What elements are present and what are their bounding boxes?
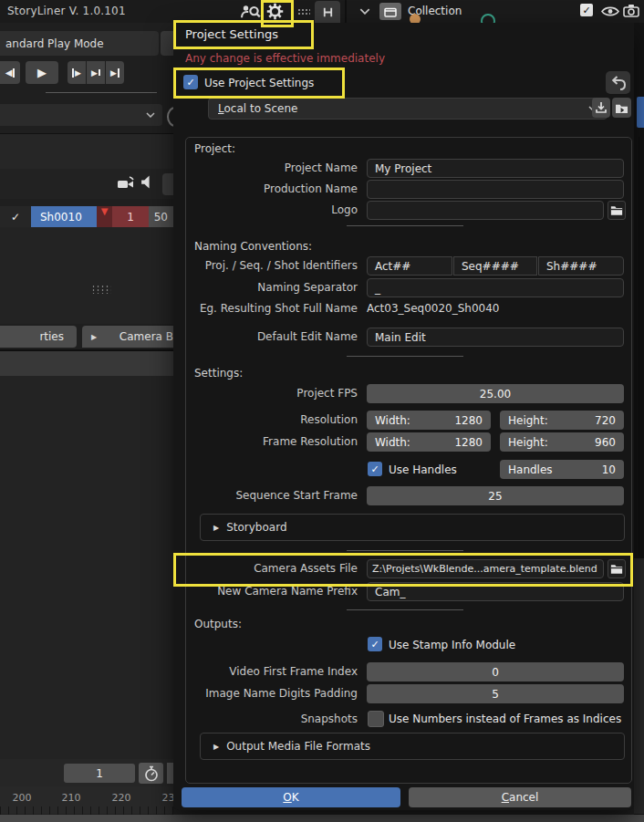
handles-value: 10 xyxy=(602,463,616,476)
project-name-value: My Project xyxy=(375,162,431,175)
separator-line xyxy=(46,92,157,93)
separator-field[interactable]: _ xyxy=(367,278,624,297)
stopwatch-button[interactable] xyxy=(139,763,163,784)
fps-slider[interactable]: 25.00 xyxy=(367,384,624,403)
logo-browse-button[interactable] xyxy=(608,201,626,220)
clipped-button[interactable] xyxy=(167,763,173,784)
editor-type-button[interactable] xyxy=(315,1,340,23)
open-file-button[interactable] xyxy=(612,98,631,118)
output-formats-section[interactable]: ▶ Output Media File Formats xyxy=(200,733,625,760)
current-frame-field[interactable]: 1 xyxy=(64,764,135,783)
collapsed-arrow-icon: ▶ xyxy=(213,524,219,532)
speaker-icon[interactable] xyxy=(140,174,155,190)
shot-list-area xyxy=(0,227,173,324)
collection-checkbox[interactable]: ✓ xyxy=(580,4,593,16)
stamp-info-checkbox[interactable]: ✓ xyxy=(368,637,382,651)
jump-end-button[interactable]: ▶ xyxy=(106,61,124,84)
shot-camera-marker-icon[interactable]: ▼ xyxy=(97,206,112,227)
height-value: 960 xyxy=(595,436,616,449)
camera-prefix-field[interactable]: Cam_ xyxy=(367,582,624,601)
viewport-3d[interactable] xyxy=(0,376,173,759)
separator-label: Naming Separator xyxy=(182,278,358,297)
sequence-start-slider[interactable]: 25 xyxy=(367,486,624,505)
collection-icon[interactable] xyxy=(379,3,401,20)
resolution-height-slider[interactable]: Height: 720 xyxy=(500,411,624,430)
frame-resolution-label: Frame Resolution xyxy=(182,432,358,452)
camera-assets-field[interactable]: Z:\Projets\WkBlende...amera_template.ble… xyxy=(367,559,604,578)
storyboard-label: Storyboard xyxy=(226,521,286,534)
snapshots-checkbox[interactable]: ✓ xyxy=(368,711,384,727)
production-name-field[interactable] xyxy=(367,180,624,199)
project-identifier-field[interactable]: Act## xyxy=(367,256,452,276)
resolution-width-slider[interactable]: Width: 1280 xyxy=(367,411,491,430)
grip-dots-icon[interactable] xyxy=(297,8,310,16)
shot-name[interactable]: Sh0010 xyxy=(31,206,97,227)
divider xyxy=(347,609,463,610)
right-scrollbar-thumb[interactable] xyxy=(637,97,644,128)
chevron-down-icon xyxy=(146,112,155,118)
width-label: Width: xyxy=(375,414,410,427)
sequence-identifier-field[interactable]: Seq#### xyxy=(453,256,537,276)
shot-start-frame[interactable]: 1 xyxy=(112,206,149,227)
gear-icon[interactable] xyxy=(265,2,285,21)
collapsed-arrow-icon: ▶ xyxy=(91,333,97,341)
frame-height-slider[interactable]: Height: 960 xyxy=(500,432,624,452)
camera-prefix-value: Cam_ xyxy=(375,586,405,598)
logo-label: Logo xyxy=(182,201,358,220)
clipped-button[interactable] xyxy=(161,31,173,56)
shot-identifier-field[interactable]: Sh#### xyxy=(538,256,624,276)
left-dropdown[interactable] xyxy=(0,104,162,126)
project-name-field[interactable]: My Project xyxy=(367,159,624,178)
chevron-down-icon[interactable] xyxy=(359,8,370,15)
width-label: Width: xyxy=(375,436,410,449)
ibeam-icon xyxy=(321,6,335,18)
jump-start-button[interactable]: ◀ xyxy=(0,61,20,84)
scope-dropdown[interactable]: Local to Scene xyxy=(208,98,608,120)
play-mode-field[interactable]: andard Play Mode xyxy=(0,31,159,56)
video-index-slider[interactable]: 0 xyxy=(367,662,624,682)
user-search-icon[interactable] xyxy=(239,4,261,20)
sequence-identifier-value: Seq#### xyxy=(462,260,519,273)
padding-slider[interactable]: 5 xyxy=(367,684,624,703)
ruler-tick: 230 xyxy=(153,792,173,804)
padding-value: 5 xyxy=(492,688,499,701)
play-button[interactable]: ▶ xyxy=(26,61,58,84)
sequence-start-label: Sequence Start Frame xyxy=(182,486,358,505)
current-frame-value: 1 xyxy=(96,767,103,780)
camera-prefix-label: New Camera Name Prefix xyxy=(182,582,358,601)
shot-identifier-value: Sh#### xyxy=(546,260,597,273)
shot-end-frame[interactable]: 50 xyxy=(149,206,173,227)
eye-icon[interactable] xyxy=(601,5,619,17)
next-keyframe-button[interactable]: ▶ xyxy=(87,61,105,84)
app-screen: StoryLiner V. 1.0.101 Collection ✓ xyxy=(0,0,644,822)
play-from-start-button[interactable]: ▶ xyxy=(68,61,86,84)
open-folder-icon xyxy=(615,102,628,114)
shot-enabled-checkbox[interactable]: ✓ xyxy=(0,206,31,227)
shot-row[interactable]: ✓ Sh0010 ▼ 1 50 xyxy=(0,206,173,227)
camera-switch-icon[interactable] xyxy=(117,175,136,191)
tab-camera-label: Camera B xyxy=(119,330,173,343)
cancel-button[interactable]: Cancel xyxy=(409,787,631,807)
tab-properties[interactable]: rties xyxy=(0,326,77,348)
stamp-info-label: Use Stamp Info Module xyxy=(389,639,515,651)
logo-field[interactable] xyxy=(367,201,604,220)
frame-width-slider[interactable]: Width: 1280 xyxy=(367,432,491,452)
handles-slider[interactable]: Handles 10 xyxy=(500,460,624,479)
import-settings-button[interactable] xyxy=(592,98,610,118)
use-project-settings-checkbox[interactable]: ✓ xyxy=(183,75,198,89)
folder-icon xyxy=(610,564,623,575)
use-handles-checkbox[interactable]: ✓ xyxy=(368,462,382,476)
resize-grip-icon[interactable] xyxy=(91,285,111,294)
divider xyxy=(347,356,463,357)
clipped-filter-button[interactable] xyxy=(162,173,173,195)
tab-camera[interactable]: ▶Camera B xyxy=(82,326,173,348)
collapsed-arrow-icon: ▶ xyxy=(213,743,219,751)
storyliner-titlebar: StoryLiner V. 1.0.101 Collection ✓ xyxy=(0,0,644,23)
storyboard-section[interactable]: ▶ Storyboard xyxy=(200,514,625,541)
render-camera-icon[interactable] xyxy=(623,4,639,17)
camera-assets-browse-button[interactable] xyxy=(608,559,626,578)
horizontal-scrollbar[interactable] xyxy=(0,815,644,822)
default-edit-field[interactable]: Main Edit xyxy=(367,328,624,347)
ok-button[interactable]: OK xyxy=(182,787,400,807)
undo-button[interactable] xyxy=(606,71,630,94)
